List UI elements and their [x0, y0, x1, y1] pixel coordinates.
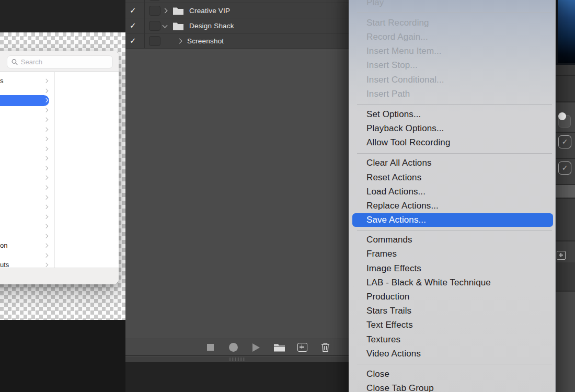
sidebar-row[interactable] [0, 115, 54, 125]
menu-item[interactable]: Insert Path [349, 87, 555, 101]
sidebar-row[interactable] [0, 164, 54, 174]
sidebar-row[interactable] [0, 144, 54, 154]
menu-item[interactable]: Insert Stop... [349, 59, 555, 73]
new-action-button[interactable] [295, 340, 309, 355]
menu-item-label: Load Actions... [366, 187, 426, 197]
menu-item[interactable]: Text Effects [349, 318, 555, 332]
sidebar-row[interactable] [0, 183, 54, 193]
new-item-icon[interactable] [557, 251, 566, 260]
menu-item-label: Insert Stop... [366, 60, 418, 71]
sidebar-row[interactable]: s [0, 76, 54, 86]
sidebar-row[interactable] [0, 154, 54, 164]
menu-item[interactable]: LAB - Black & White Technique [349, 275, 555, 290]
panel-band [556, 76, 575, 101]
menu-item[interactable]: Insert Menu Item... [349, 44, 555, 59]
checkbox-checked-icon[interactable]: ✓ [558, 135, 571, 148]
menu-item-label: Record Again... [366, 32, 428, 42]
chevron-right-icon [43, 79, 48, 83]
sidebar-row[interactable]: on [0, 241, 54, 251]
modal-control-checkbox[interactable] [149, 6, 160, 16]
disclosure-chevron-icon[interactable] [163, 8, 168, 14]
menu-item-label: Clear All Actions [366, 158, 432, 168]
menu-item[interactable]: Video Actions [349, 347, 555, 361]
record-button[interactable] [226, 340, 240, 355]
play-button[interactable] [249, 340, 263, 355]
sidebar-row[interactable] [0, 96, 54, 106]
toggle-on-check-icon[interactable]: ✓ [130, 6, 136, 15]
sidebar-row[interactable] [0, 173, 54, 183]
document-canvas: s [0, 0, 125, 392]
menu-item-label: Insert Path [366, 89, 410, 99]
dialog-sidebar: s [0, 76, 54, 270]
sidebar-row[interactable] [0, 251, 54, 261]
search-input[interactable] [7, 55, 113, 68]
menu-item[interactable]: Allow Tool Recording [349, 136, 555, 150]
search-field-text[interactable] [21, 58, 108, 66]
menu-item[interactable]: Start Recording [349, 16, 555, 30]
sidebar-row[interactable] [0, 106, 54, 116]
menu-item[interactable]: Play [349, 0, 555, 9]
menu-item[interactable]: Commands [349, 233, 555, 247]
action-row[interactable]: ✓ Screenshot [125, 33, 349, 49]
menu-item-label: Play [366, 0, 384, 8]
menu-item[interactable]: Save Actions... [352, 213, 553, 227]
menu-item[interactable]: Set Options... [349, 107, 555, 121]
menu-item[interactable]: Playback Options... [349, 122, 555, 136]
chevron-right-icon [43, 137, 48, 141]
area-below-panel [125, 362, 349, 392]
menu-item[interactable] [357, 230, 552, 230]
canvas-lower-area [0, 320, 125, 392]
modal-control-checkbox[interactable] [149, 0, 160, 1]
toggle-on-check-icon[interactable]: ✓ [130, 36, 136, 45]
chevron-right-icon [43, 176, 48, 180]
sidebar-row[interactable] [0, 193, 54, 203]
sidebar-row[interactable] [0, 134, 54, 144]
sidebar-row[interactable] [0, 125, 54, 135]
menu-item[interactable]: Textures [349, 332, 555, 347]
panel-resize-grip[interactable] [229, 358, 246, 361]
menu-item[interactable] [357, 13, 552, 13]
menu-item[interactable]: Clear All Actions [349, 156, 555, 170]
modal-control-checkbox[interactable] [149, 36, 160, 46]
actions-toolbar [125, 339, 349, 356]
action-row[interactable]: ✓ Creative VIP [125, 3, 349, 18]
new-set-button[interactable] [272, 340, 286, 355]
menu-item[interactable]: Production [349, 290, 555, 304]
sidebar-row[interactable] [0, 212, 54, 222]
menu-item[interactable]: Record Again... [349, 30, 555, 44]
panel-band [556, 262, 575, 291]
search-icon [12, 59, 18, 65]
menu-item[interactable]: Reset Actions [349, 170, 555, 185]
toggle-on-check-icon[interactable]: ✓ [130, 21, 136, 30]
action-row[interactable]: ✓ Design Shack [125, 18, 349, 33]
menu-item[interactable]: Close [349, 367, 555, 381]
sidebar-row[interactable] [0, 202, 54, 212]
chevron-right-icon [43, 253, 48, 258]
stop-button[interactable] [203, 340, 217, 355]
modal-control-checkbox[interactable] [149, 21, 160, 31]
chevron-right-icon [43, 147, 48, 151]
menu-item[interactable]: Image Effects [349, 261, 555, 275]
menu-item-label: Production [366, 292, 409, 302]
menu-item[interactable]: Replace Actions... [349, 199, 555, 213]
disclosure-chevron-icon[interactable] [177, 39, 182, 44]
sidebar-row[interactable] [0, 222, 54, 232]
disclosure-chevron-icon[interactable] [163, 23, 168, 28]
menu-item[interactable] [357, 153, 552, 154]
chevron-right-icon [43, 224, 48, 228]
checkbox-checked-icon[interactable]: ✓ [558, 162, 571, 175]
play-icon [252, 343, 260, 352]
menu-item[interactable] [357, 104, 552, 105]
chevron-right-icon [43, 215, 48, 219]
record-icon [229, 343, 238, 352]
menu-item[interactable]: Stars Trails [349, 304, 555, 318]
menu-item[interactable] [357, 364, 552, 364]
actions-panel-body [125, 51, 349, 339]
menu-item[interactable]: Load Actions... [349, 185, 555, 199]
menu-item[interactable]: Frames [349, 247, 555, 261]
menu-item[interactable]: Close Tab Group [349, 382, 555, 392]
delete-button[interactable] [318, 340, 332, 355]
sidebar-row[interactable] [0, 86, 54, 96]
menu-item[interactable]: Insert Conditional... [349, 73, 555, 87]
sidebar-row[interactable] [0, 232, 54, 241]
